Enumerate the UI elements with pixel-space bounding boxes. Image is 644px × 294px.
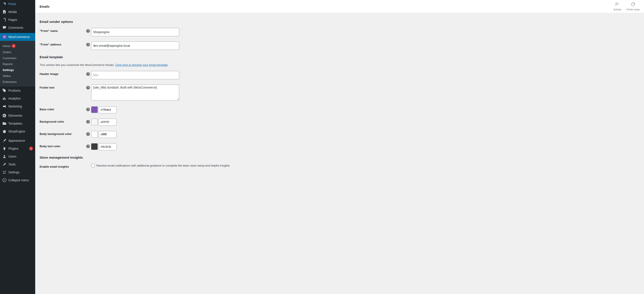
enable-insights-checkbox[interactable] bbox=[91, 164, 95, 167]
base-color-swatch[interactable] bbox=[91, 106, 98, 113]
collapse-icon bbox=[2, 178, 6, 182]
body-text-color-label: Body text color bbox=[40, 143, 86, 148]
bg-color-input[interactable] bbox=[98, 119, 117, 126]
action-label: Finish setup bbox=[626, 8, 640, 11]
menu-plugins[interactable]: Plugins 2 bbox=[0, 145, 35, 152]
from-name-input[interactable] bbox=[91, 28, 179, 36]
menu-users[interactable]: Users bbox=[0, 152, 35, 160]
menu-label: Elementor bbox=[8, 114, 33, 117]
menu-media[interactable]: Media bbox=[0, 8, 35, 16]
submenu-reports[interactable]: Reports bbox=[0, 61, 35, 67]
elementor-icon bbox=[2, 113, 6, 118]
help-icon[interactable]: ? bbox=[86, 86, 90, 89]
media-icon bbox=[2, 10, 6, 14]
user-icon bbox=[2, 154, 6, 159]
from-address-label: "From" address bbox=[40, 41, 86, 46]
finish-setup-button[interactable]: Finish setup bbox=[626, 2, 640, 11]
help-icon[interactable]: ? bbox=[86, 108, 90, 111]
section-title-template: Email template bbox=[40, 55, 640, 59]
submenu-settings[interactable]: Settings bbox=[0, 67, 35, 73]
menu-analytics[interactable]: Analytics bbox=[0, 95, 35, 102]
menu-elementor[interactable]: Elementor bbox=[0, 112, 35, 120]
body-text-color-swatch[interactable] bbox=[91, 143, 98, 150]
submenu-extensions[interactable]: Extensions bbox=[0, 79, 35, 85]
megaphone-icon bbox=[2, 104, 6, 109]
tag-icon bbox=[2, 88, 6, 93]
body-bg-color-label: Body background color bbox=[40, 131, 86, 136]
help-icon[interactable]: ? bbox=[86, 29, 90, 33]
action-label: Activity bbox=[614, 8, 621, 11]
activity-button[interactable]: Activity bbox=[614, 2, 621, 11]
enable-insights-label: Enable email insights bbox=[40, 164, 86, 168]
menu-label: Posts bbox=[8, 2, 33, 6]
body-bg-color-swatch[interactable] bbox=[91, 131, 98, 138]
progress-icon bbox=[631, 2, 635, 8]
main-content: Email sender options "From" name ? "From… bbox=[35, 13, 644, 294]
menu-label: Plugins bbox=[8, 147, 28, 150]
submenu-home[interactable]: Home 4 bbox=[0, 43, 35, 49]
folder-icon bbox=[2, 121, 6, 126]
woocommerce-submenu: Home 4 Orders Customers Reports Settings… bbox=[0, 41, 35, 87]
submenu-status[interactable]: Status bbox=[0, 73, 35, 79]
menu-marketing[interactable]: Marketing bbox=[0, 102, 35, 110]
topbar: Emails Activity Finish setup bbox=[35, 0, 644, 13]
enable-insights-desc: Receive email notifications with additio… bbox=[96, 164, 230, 167]
menu-label: Analytics bbox=[8, 97, 33, 100]
menu-appearance[interactable]: Appearance bbox=[0, 137, 35, 145]
brush-icon bbox=[2, 139, 6, 143]
help-icon[interactable]: ? bbox=[86, 120, 90, 124]
template-description: This section lets you customize the WooC… bbox=[40, 63, 640, 67]
menu-shopengine[interactable]: ShopEngine bbox=[0, 128, 35, 135]
menu-collapse[interactable]: Collapse menu bbox=[0, 176, 35, 184]
admin-sidebar: Posts Media Pages Comments W WooCommerce bbox=[0, 0, 35, 294]
preview-template-link[interactable]: Click here to preview your email templat… bbox=[115, 63, 168, 67]
base-color-input[interactable] bbox=[98, 106, 117, 113]
footer-text-input[interactable] bbox=[91, 85, 179, 100]
menu-posts[interactable]: Posts bbox=[0, 0, 35, 8]
help-icon[interactable]: ? bbox=[86, 145, 90, 148]
menu-woocommerce[interactable]: W WooCommerce bbox=[0, 33, 35, 41]
section-title-insights: Store management insights bbox=[40, 155, 640, 159]
body-bg-color-input[interactable] bbox=[98, 131, 117, 138]
from-address-input[interactable] bbox=[91, 41, 179, 50]
bg-color-swatch[interactable] bbox=[91, 119, 98, 125]
menu-templates[interactable]: Templates bbox=[0, 120, 35, 128]
submenu-label: Home bbox=[3, 44, 10, 48]
help-icon[interactable]: ? bbox=[86, 72, 90, 76]
plug-icon bbox=[2, 146, 6, 151]
bg-color-label: Background color bbox=[40, 119, 86, 123]
header-image-label: Header image bbox=[40, 71, 86, 76]
page-icon bbox=[2, 17, 6, 22]
menu-label: WooCommerce bbox=[8, 35, 33, 39]
help-icon[interactable]: ? bbox=[86, 43, 90, 46]
menu-label: Appearance bbox=[8, 139, 33, 143]
submenu-orders[interactable]: Orders bbox=[0, 49, 35, 55]
menu-tools[interactable]: Tools bbox=[0, 160, 35, 168]
svg-point-2 bbox=[3, 178, 6, 182]
menu-comments[interactable]: Comments bbox=[0, 24, 35, 32]
flag-icon bbox=[615, 2, 620, 8]
pin-icon bbox=[2, 2, 6, 6]
wrench-icon bbox=[2, 162, 6, 166]
menu-label: Users bbox=[8, 155, 33, 158]
chart-icon bbox=[2, 96, 6, 101]
comment-icon bbox=[2, 25, 6, 30]
help-icon[interactable]: ? bbox=[86, 132, 90, 136]
section-title-sender: Email sender options bbox=[40, 20, 640, 23]
menu-label: Tools bbox=[8, 163, 33, 166]
menu-label: Marketing bbox=[8, 105, 33, 108]
menu-label: ShopEngine bbox=[8, 130, 33, 133]
menu-pages[interactable]: Pages bbox=[0, 16, 35, 24]
submenu-customers[interactable]: Customers bbox=[0, 55, 35, 61]
menu-settings[interactable]: Settings bbox=[0, 168, 35, 176]
svg-point-1 bbox=[4, 155, 5, 156]
page-title: Emails bbox=[40, 5, 614, 8]
sliders-icon bbox=[2, 170, 6, 174]
header-image-input[interactable] bbox=[91, 71, 179, 79]
menu-label: Media bbox=[8, 10, 33, 14]
footer-text-label: Footer text bbox=[40, 85, 86, 89]
menu-label: Settings bbox=[8, 170, 33, 174]
body-text-color-input[interactable] bbox=[98, 143, 117, 150]
menu-label: Pages bbox=[8, 18, 33, 21]
menu-products[interactable]: Products bbox=[0, 87, 35, 95]
